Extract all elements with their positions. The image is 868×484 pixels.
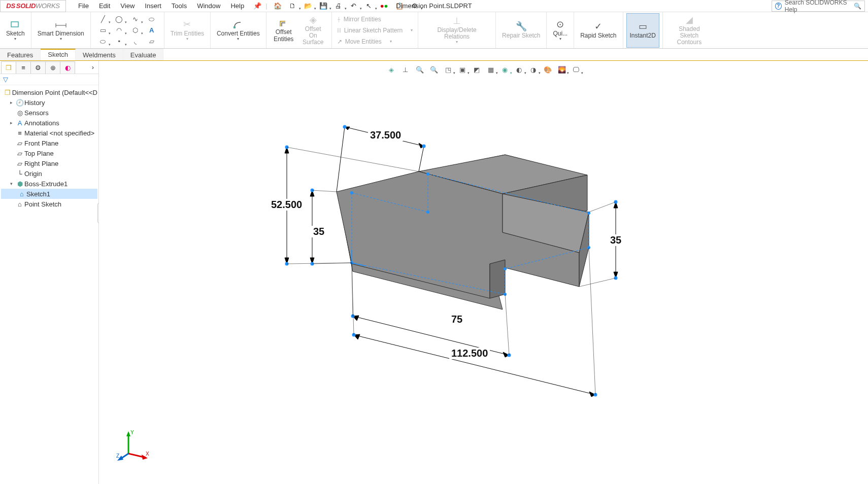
fillet-button[interactable]: ◟ <box>128 37 143 47</box>
tree-annotations-node[interactable]: ▸AAnnotations <box>1 118 97 128</box>
pattern-icon: ⁞⁞ <box>337 27 341 34</box>
panel-flyout-arrow[interactable]: › <box>88 61 98 74</box>
menu-window[interactable]: Window <box>192 0 225 12</box>
rectangle-button[interactable]: ▭▾ <box>96 25 110 36</box>
svg-point-39 <box>504 267 507 270</box>
tree-root-node[interactable]: ❒Dimension Point (Default<<D <box>1 87 97 97</box>
property-manager-tab[interactable]: ≡ <box>16 61 31 74</box>
tab-sketch[interactable]: Sketch <box>41 49 76 60</box>
save-button[interactable]: 💾▾ <box>316 1 330 12</box>
svg-rect-4 <box>233 26 236 28</box>
tab-features[interactable]: Features <box>0 49 41 60</box>
dimension-112-500[interactable]: 112.500 <box>449 348 490 359</box>
arc-button[interactable]: ◠▾ <box>112 25 126 36</box>
spline-button[interactable]: ∿▾ <box>128 14 143 24</box>
sketch-entities-group: ╱▾ ◯▾ ∿▾ ⬭ ▭▾ ◠▾ ⬡▾ A ⬭▾ •▾ ◟ ▱ <box>91 12 164 48</box>
sketch-node-icon: ⌂ <box>17 190 26 198</box>
pin-icon[interactable]: 📌 <box>253 2 261 10</box>
feature-manager-tab[interactable]: ❒ <box>1 61 16 74</box>
ellipse-button[interactable]: ⬭ <box>145 14 159 24</box>
point-button[interactable]: •▾ <box>112 37 126 47</box>
expand-icon[interactable]: ▸ <box>10 100 15 105</box>
tree-sketch1-node[interactable]: ⌂Sketch1 <box>1 189 97 199</box>
dimxpert-manager-tab[interactable]: ⊕ <box>45 61 60 74</box>
undo-button[interactable]: ↶▾ <box>347 1 361 12</box>
annotations-icon: A <box>15 119 24 127</box>
line-button[interactable]: ╱▾ <box>96 14 110 24</box>
menu-file[interactable]: File <box>73 0 94 12</box>
svg-line-46 <box>337 127 345 192</box>
smart-dimension-button[interactable]: Smart Dimension ▾ <box>35 13 87 48</box>
rapid-icon: ✓ <box>594 21 602 32</box>
offset-surface-icon: ◈ <box>310 15 317 26</box>
dimension-35-right[interactable]: 35 <box>608 234 623 246</box>
offset-group: Offset Entities ◈ Offset On Surface <box>266 12 332 48</box>
offset-entities-button[interactable]: Offset Entities <box>270 13 298 48</box>
menu-insert[interactable]: Insert <box>140 0 166 12</box>
tree-front-plane-node[interactable]: ▱Front Plane <box>1 138 97 148</box>
select-button[interactable]: ↖▾ <box>362 1 376 12</box>
tree-filter-row[interactable]: ▽ <box>0 74 98 85</box>
command-manager-tabs: Features Sketch Weldments Evaluate <box>0 49 868 61</box>
dimension-37-500[interactable]: 37.500 <box>368 129 403 141</box>
sketch-icon <box>10 19 20 30</box>
print-button[interactable]: 🖨▾ <box>331 1 346 12</box>
svg-line-71 <box>589 202 616 212</box>
search-help-box[interactable]: ? Search SOLIDWORKS Help 🔍 <box>772 1 865 12</box>
tree-boss-extrude-node[interactable]: ▾⬢Boss-Extrude1 <box>1 179 97 189</box>
smart-dimension-group: Smart Dimension ▾ <box>31 12 91 48</box>
linear-pattern-button[interactable]: ⁞⁞Linear Sketch Pattern▾ <box>337 25 413 36</box>
menu-edit[interactable]: Edit <box>94 0 115 12</box>
repair-icon: 🔧 <box>516 21 527 32</box>
expand-icon[interactable]: ▸ <box>10 120 15 125</box>
trim-group: ✂ Trim Entities ▾ <box>164 12 211 48</box>
home-button[interactable]: 🏠 <box>271 1 285 12</box>
shaded-sketch-contours-button[interactable]: ◢ Shaded Sketch Contours <box>666 13 713 48</box>
rapid-sketch-button[interactable]: ✓ Rapid Sketch <box>577 13 619 48</box>
view-triad[interactable]: Y X Z <box>114 428 150 464</box>
svg-point-36 <box>426 172 429 176</box>
slot-button[interactable]: ⬭▾ <box>96 37 110 47</box>
plane-icon: ▱ <box>15 160 24 167</box>
trim-entities-button[interactable]: ✂ Trim Entities ▾ <box>168 13 207 48</box>
polygon-button[interactable]: ⬡▾ <box>128 25 143 36</box>
tree-right-plane-node[interactable]: ▱Right Plane <box>1 158 97 168</box>
tree-point-sketch-node[interactable]: ⌂Point Sketch <box>1 199 97 209</box>
collapse-icon[interactable]: ▾ <box>10 181 15 186</box>
tab-weldments[interactable]: Weldments <box>76 49 123 60</box>
display-manager-tab[interactable]: ◐ <box>60 61 75 74</box>
tree-origin-node[interactable]: └Origin <box>1 168 97 179</box>
command-manager-ribbon: Sketch ▾ Smart Dimension ▾ ╱▾ ◯▾ ∿▾ ⬭ ▭▾… <box>0 12 868 49</box>
graphics-area[interactable]: ◈ ⊥ 🔍 🔍 ◳▾ ▣▾ ◩ ▦▾ ◉▾ ◐▾ ◑▾ 🎨 🌄▾ 🖵▾ <box>99 61 868 484</box>
document-title: Dimension Point.SLDPRT <box>396 2 472 10</box>
instant2d-button[interactable]: ▭ Instant2D <box>626 13 659 48</box>
open-button[interactable]: 📂▾ <box>301 1 315 12</box>
offset-on-surface-button[interactable]: ◈ Offset On Surface <box>298 13 328 48</box>
move-entities-button[interactable]: ↗Move Entities▾ <box>337 37 413 47</box>
new-button[interactable]: 🗋▾ <box>286 1 300 12</box>
menu-tools[interactable]: Tools <box>166 0 192 12</box>
circle-button[interactable]: ◯▾ <box>112 14 126 24</box>
dimension-75[interactable]: 75 <box>449 314 464 325</box>
tab-evaluate[interactable]: Evaluate <box>123 49 164 60</box>
tree-top-plane-node[interactable]: ▱Top Plane <box>1 148 97 158</box>
tree-history-node[interactable]: ▸🕘History <box>1 97 97 108</box>
menu-help[interactable]: Help <box>225 0 249 12</box>
convert-entities-button[interactable]: Convert Entities ▾ <box>214 13 263 48</box>
svg-marker-88 <box>126 431 130 436</box>
mirror-entities-button[interactable]: ⟊Mirror Entities <box>337 14 413 24</box>
dimension-35-left[interactable]: 35 <box>311 226 326 237</box>
display-delete-relations-button[interactable]: ⊥ Display/Delete Relations ▾ <box>421 13 492 48</box>
sketch-button[interactable]: Sketch ▾ <box>3 13 28 48</box>
rebuild-button[interactable]: ●● <box>377 1 391 12</box>
repair-sketch-button[interactable]: 🔧 Repair Sketch <box>499 13 543 48</box>
dimension-52-500[interactable]: 52.500 <box>269 199 304 211</box>
text-button[interactable]: A <box>145 25 159 36</box>
tree-material-node[interactable]: ≡Material <not specified> <box>1 128 97 138</box>
tree-sensors-node[interactable]: ◎Sensors <box>1 108 97 118</box>
menu-view[interactable]: View <box>115 0 140 12</box>
relations-icon: ⊥ <box>453 16 461 27</box>
configuration-manager-tab[interactable]: ⚙ <box>30 61 46 74</box>
quick-snaps-button[interactable]: ⊙ Qui... ▾ <box>550 13 571 48</box>
plane-button[interactable]: ▱ <box>145 37 159 47</box>
